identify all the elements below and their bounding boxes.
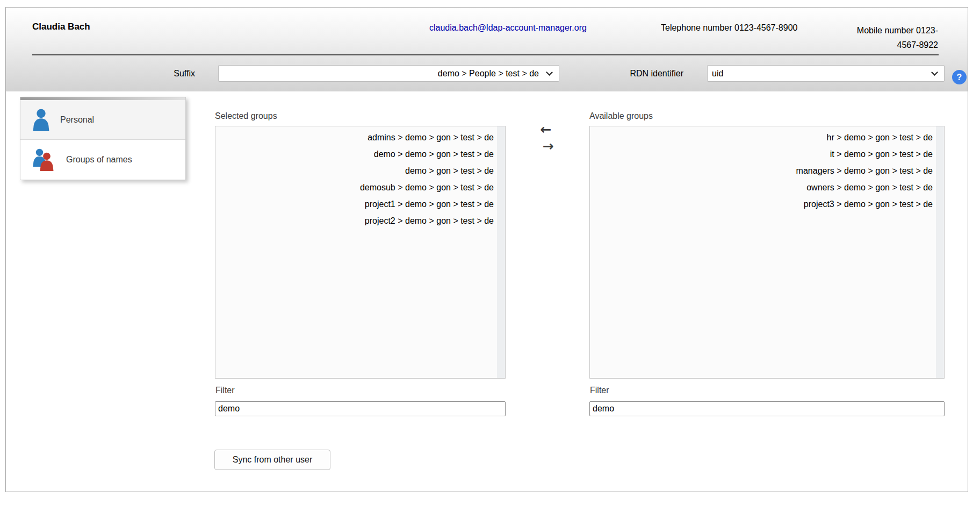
account-editor-page: Claudia Bach claudia.bach@ldap-account-m… bbox=[5, 7, 968, 492]
page-title: Claudia Bach bbox=[32, 22, 90, 32]
tab-personal-label: Personal bbox=[60, 115, 94, 125]
chevron-down-icon bbox=[931, 69, 938, 76]
telephone-number: Telephone number 0123-4567-8900 bbox=[661, 23, 797, 33]
group-option[interactable]: hr > demo > gon > test > de bbox=[590, 129, 933, 146]
available-groups-list: hr > demo > gon > test > deit > demo > g… bbox=[590, 126, 944, 212]
available-groups-listbox[interactable]: hr > demo > gon > test > deit > demo > g… bbox=[589, 126, 945, 379]
rdn-identifier-select[interactable]: uid bbox=[707, 65, 945, 82]
group-option[interactable]: it > demo > gon > test > de bbox=[590, 146, 933, 162]
selected-groups-list: admins > demo > gon > test > dedemo > de… bbox=[215, 126, 505, 229]
telephone-value: 0123-4567-8900 bbox=[734, 23, 797, 32]
group-option[interactable]: managers > demo > gon > test > de bbox=[590, 162, 933, 179]
user-icon bbox=[32, 109, 50, 131]
group-option[interactable]: project1 > demo > gon > test > de bbox=[215, 196, 494, 212]
available-filter-input[interactable] bbox=[589, 401, 945, 416]
available-groups-label: Available groups bbox=[589, 111, 653, 121]
scrollbar-track[interactable] bbox=[936, 126, 944, 378]
selected-groups-listbox[interactable]: admins > demo > gon > test > dedemo > de… bbox=[215, 126, 506, 379]
group-option[interactable]: demo > gon > test > de bbox=[215, 162, 494, 179]
header-divider bbox=[32, 54, 939, 55]
group-option[interactable]: demosub > demo > gon > test > de bbox=[215, 179, 494, 196]
suffix-select-value: demo > People > test > de bbox=[438, 69, 539, 79]
email-link[interactable]: claudia.bach@ldap-account-manager.org bbox=[429, 23, 587, 33]
group-option[interactable]: demo > demo > gon > test > de bbox=[215, 146, 494, 162]
group-option[interactable]: owners > demo > gon > test > de bbox=[590, 179, 933, 196]
users-icon bbox=[32, 148, 56, 171]
sync-from-other-user-button[interactable]: Sync from other user bbox=[214, 450, 330, 470]
selected-filter-label: Filter bbox=[215, 386, 235, 395]
move-to-selected-button[interactable]: ← bbox=[535, 122, 557, 139]
tab-groups-label: Groups of names bbox=[66, 155, 132, 165]
scrollbar-track[interactable] bbox=[497, 126, 505, 378]
module-tabs: Personal Groups of names bbox=[20, 97, 186, 180]
selected-groups-label: Selected groups bbox=[215, 111, 277, 121]
group-option[interactable]: project2 > demo > gon > test > de bbox=[215, 212, 494, 229]
available-filter-label: Filter bbox=[590, 386, 609, 395]
selected-filter-input[interactable] bbox=[215, 401, 506, 416]
telephone-label: Telephone number bbox=[661, 23, 732, 32]
account-header: Claudia Bach claudia.bach@ldap-account-m… bbox=[6, 8, 968, 91]
rdn-identifier-label: RDN identifier bbox=[606, 65, 683, 82]
mobile-label: Mobile number bbox=[857, 26, 914, 35]
mobile-number: Mobile number 0123-4567-8922 bbox=[852, 23, 938, 52]
suffix-label: Suffix bbox=[129, 65, 195, 82]
move-to-available-button[interactable]: → bbox=[537, 138, 559, 155]
group-option[interactable]: admins > demo > gon > test > de bbox=[215, 129, 494, 146]
help-icon[interactable]: ? bbox=[952, 70, 967, 84]
tab-groups-of-names[interactable]: Groups of names bbox=[20, 140, 185, 180]
rdn-select-value: uid bbox=[712, 69, 723, 79]
tab-personal[interactable]: Personal bbox=[20, 100, 185, 140]
group-option[interactable]: project3 > demo > gon > test > de bbox=[590, 196, 933, 212]
chevron-down-icon bbox=[546, 69, 553, 76]
suffix-select[interactable]: demo > People > test > de bbox=[218, 65, 559, 82]
